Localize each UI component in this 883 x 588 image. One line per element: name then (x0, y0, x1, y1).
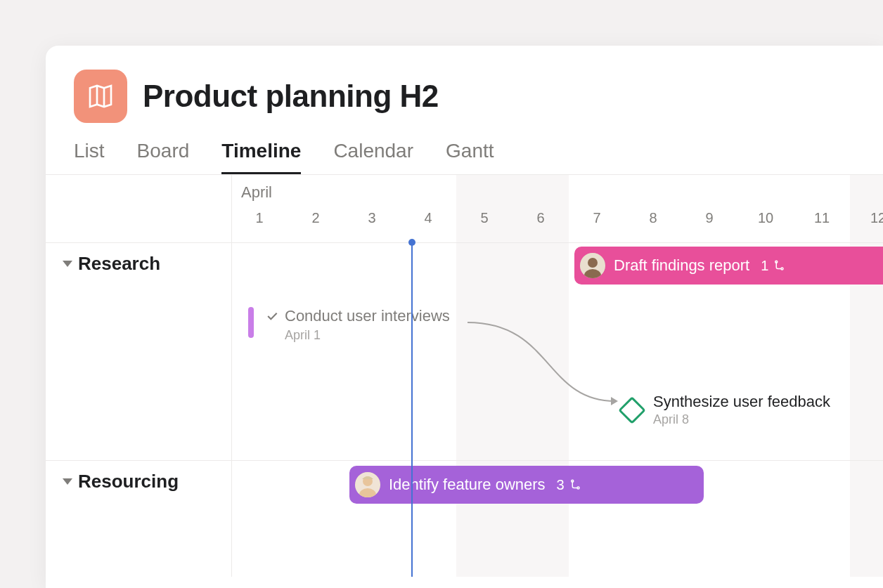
tab-list[interactable]: List (74, 140, 105, 174)
project-icon[interactable] (74, 70, 127, 123)
subtask-icon (569, 478, 581, 491)
chevron-down-icon (63, 261, 72, 267)
today-dot (408, 239, 415, 246)
task-bar-identify-owners[interactable]: Identify feature owners 3 (349, 466, 704, 504)
section-label: Research (78, 253, 160, 275)
date-cell: 2 (288, 210, 344, 242)
tab-board[interactable]: Board (137, 140, 190, 174)
section-label: Resourcing (78, 471, 179, 492)
milestone-diamond-icon (618, 396, 646, 424)
date-axis: 1 2 3 4 5 6 7 8 9 10 11 12 (46, 210, 883, 242)
project-title: Product planning H2 (143, 79, 439, 114)
date-cell: 9 (681, 210, 737, 242)
check-icon (265, 309, 279, 323)
avatar (355, 472, 380, 497)
date-cell: 5 (456, 210, 513, 242)
date-cell: 6 (513, 210, 569, 242)
subtask-count: 3 (557, 477, 581, 493)
date-cell: 11 (794, 210, 850, 242)
date-cell: 3 (344, 210, 400, 242)
date-cell: 8 (625, 210, 681, 242)
task-marker-interviews[interactable] (248, 307, 254, 338)
svg-point-9 (577, 487, 579, 489)
task-date: April 8 (653, 412, 830, 427)
date-cell: 4 (400, 210, 456, 242)
task-title: Draft findings report (614, 256, 749, 275)
milestone-text: Synthesize user feedback April 8 (653, 393, 830, 427)
subtask-count: 1 (761, 258, 785, 274)
month-label: April (241, 183, 272, 202)
date-cell: 12 (850, 210, 883, 242)
date-cell: 10 (737, 210, 794, 242)
project-header: Product planning H2 (46, 46, 883, 123)
tab-gantt[interactable]: Gantt (446, 140, 494, 174)
svg-point-4 (781, 268, 783, 270)
today-indicator (411, 242, 413, 577)
task-title: Synthesize user feedback (653, 393, 830, 410)
task-bar-draft-findings[interactable]: Draft findings report 1 (574, 247, 883, 285)
task-title: Conduct user interviews (285, 307, 450, 325)
tab-calendar[interactable]: Calendar (333, 140, 413, 174)
timeline-area[interactable]: April 1 2 3 4 5 6 7 8 9 10 11 12 (46, 175, 883, 577)
date-cell: 1 (231, 210, 288, 242)
section-header-research[interactable]: Research (46, 242, 231, 285)
avatar (580, 253, 605, 278)
date-cell: 7 (569, 210, 625, 242)
tab-timeline[interactable]: Timeline (221, 140, 301, 174)
chevron-down-icon (63, 478, 72, 485)
task-date: April 1 (285, 328, 321, 343)
subtask-icon (773, 259, 785, 272)
map-icon (86, 82, 115, 110)
svg-point-1 (588, 258, 598, 268)
app-window: Product planning H2 List Board Timeline … (46, 46, 883, 588)
view-tabs: List Board Timeline Calendar Gantt (46, 123, 883, 175)
dependency-arrow (453, 317, 629, 415)
section-header-resourcing[interactable]: Resourcing (46, 460, 231, 502)
task-conduct-interviews[interactable]: Conduct user interviews April 1 (265, 307, 450, 325)
timeline-rows: Research Draft findings report 1 (46, 242, 883, 577)
milestone-synthesize[interactable]: Synthesize user feedback April 8 (622, 393, 830, 427)
